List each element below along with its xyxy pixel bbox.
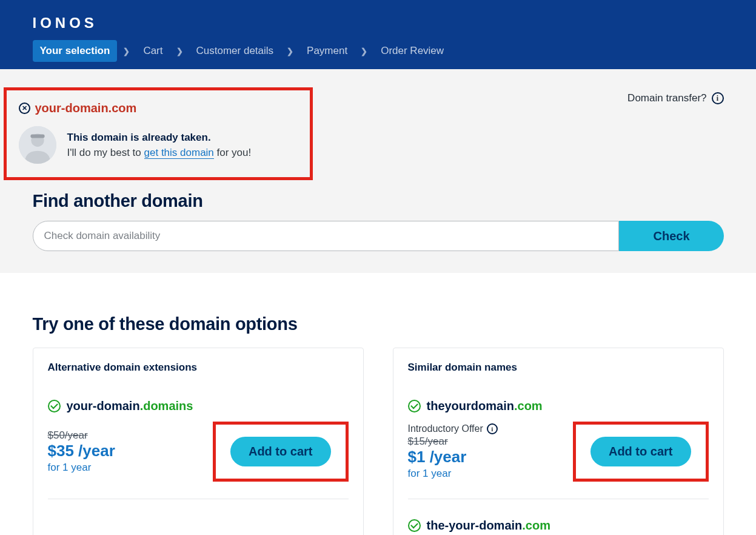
card-title: Similar domain names bbox=[408, 362, 709, 374]
pricing: $50/year $35 /year for 1 year bbox=[48, 429, 115, 474]
header: IONOS Your selection ❯ Cart ❯ Customer d… bbox=[0, 0, 756, 69]
taken-prefix: I'll do my best to bbox=[67, 147, 144, 158]
check-button[interactable]: Check bbox=[619, 221, 723, 251]
crumb-cart[interactable]: Cart bbox=[136, 40, 170, 62]
info-icon[interactable]: i bbox=[712, 92, 724, 104]
breadcrumb: Your selection ❯ Cart ❯ Customer details… bbox=[33, 40, 724, 62]
cta-highlight: Add to cart bbox=[213, 422, 349, 482]
crumb-customer-details[interactable]: Customer details bbox=[189, 40, 281, 62]
advisor-avatar bbox=[19, 126, 56, 164]
svg-rect-2 bbox=[30, 135, 44, 138]
similar-names-card: Similar domain names theyourdomain.com I… bbox=[393, 348, 724, 535]
brand-logo[interactable]: IONOS bbox=[33, 0, 724, 40]
price-term: for 1 year bbox=[48, 462, 115, 474]
original-price: $50/year bbox=[48, 429, 115, 442]
add-to-cart-button[interactable]: Add to cart bbox=[230, 437, 331, 466]
add-to-cart-button[interactable]: Add to cart bbox=[590, 437, 691, 466]
domain-name: the-your-domain.com bbox=[427, 519, 550, 533]
brand-text: IONOS bbox=[33, 15, 98, 31]
taken-suffix: for you! bbox=[214, 147, 251, 158]
available-icon bbox=[408, 400, 421, 412]
suggestions-section: Try one of these domain options Alternat… bbox=[0, 273, 756, 535]
options-heading: Try one of these domain options bbox=[33, 314, 724, 334]
chevron-right-icon: ❯ bbox=[287, 47, 293, 56]
taken-heading: This domain is already taken. bbox=[67, 130, 252, 146]
transfer-label: Domain transfer? bbox=[627, 92, 706, 104]
divider bbox=[48, 499, 349, 499]
pricing: Introductory Offeri $15/year $1 /year fo… bbox=[408, 423, 498, 480]
available-icon bbox=[48, 400, 61, 412]
divider bbox=[408, 499, 709, 499]
price-term: for 1 year bbox=[408, 468, 498, 480]
unavailable-icon: ✕ bbox=[19, 103, 30, 114]
domain-taken-callout: ✕ your-domain.com This domain is already… bbox=[4, 87, 313, 180]
domain-option: theyourdomain.com Introductory Offeri $1… bbox=[408, 399, 709, 499]
chevron-right-icon: ❯ bbox=[176, 47, 183, 56]
price: $35 /year bbox=[48, 442, 115, 460]
cta-highlight: Add to cart bbox=[573, 422, 709, 482]
info-icon[interactable]: i bbox=[487, 423, 498, 434]
alternative-extensions-card: Alternative domain extensions your-domai… bbox=[33, 348, 364, 535]
price: $1 /year bbox=[408, 448, 498, 466]
advisor-message: This domain is already taken. I'll do my… bbox=[67, 130, 252, 161]
domain-name: your-domain.domains bbox=[67, 399, 193, 413]
crumb-your-selection[interactable]: Your selection bbox=[33, 40, 118, 62]
available-icon bbox=[408, 519, 421, 532]
queried-domain: your-domain.com bbox=[35, 101, 137, 115]
find-another-heading: Find another domain bbox=[33, 191, 724, 211]
intro-offer-label: Introductory Offer bbox=[408, 423, 483, 434]
crumb-order-review[interactable]: Order Review bbox=[373, 40, 451, 62]
crumb-payment[interactable]: Payment bbox=[299, 40, 355, 62]
chevron-right-icon: ❯ bbox=[361, 47, 367, 56]
domain-option: your-domain.domains $50/year $35 /year f… bbox=[48, 399, 349, 499]
card-title: Alternative domain extensions bbox=[48, 362, 349, 374]
domain-option: the-your-domain.com bbox=[408, 519, 709, 533]
chevron-right-icon: ❯ bbox=[123, 47, 130, 56]
domain-name: theyourdomain.com bbox=[427, 399, 543, 413]
original-price: $15/year bbox=[408, 436, 498, 448]
domain-transfer-link[interactable]: Domain transfer? i bbox=[627, 87, 723, 104]
domain-search-input[interactable] bbox=[33, 221, 620, 251]
search-section: ✕ your-domain.com This domain is already… bbox=[0, 69, 756, 273]
domain-search-form: Check bbox=[33, 221, 724, 251]
get-this-domain-link[interactable]: get this domain bbox=[144, 147, 214, 159]
